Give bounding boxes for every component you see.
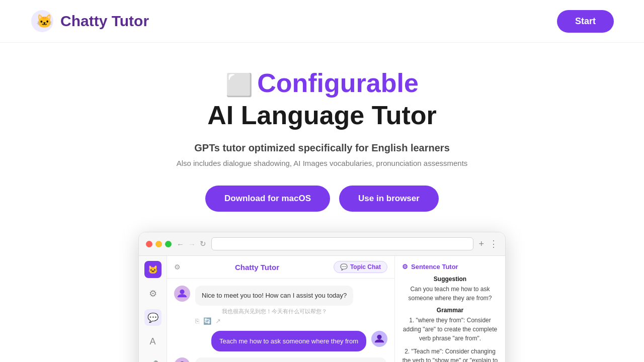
bot-avatar-1 — [174, 286, 190, 302]
configurable-icon: ⬜ — [225, 72, 253, 97]
svg-text:🐱: 🐱 — [36, 13, 53, 29]
minimize-window-button[interactable] — [155, 241, 162, 247]
close-window-button[interactable] — [146, 241, 152, 247]
hero-section: ⬜⬜ ConfigurableConfigurable AI Language … — [0, 43, 644, 362]
back-icon[interactable]: ← — [177, 240, 184, 248]
bot-avatar-2 — [174, 357, 190, 362]
sidebar-chat-icon[interactable]: 💬 — [144, 309, 162, 326]
sidebar-logo: 🐱 — [144, 261, 162, 278]
suggestion-text: Can you teach me how to ask someone wher… — [402, 285, 498, 303]
hero-title-line1: ⬜⬜ ConfigurableConfigurable — [30, 68, 614, 98]
right-panel: ⚙ Sentence Tutor Suggestion Can you teac… — [394, 256, 505, 362]
bot-message-sub-1: 我也很高兴见到您！今天有什么可以帮您？ — [195, 308, 353, 315]
new-tab-button[interactable]: + — [478, 239, 484, 249]
url-bar[interactable] — [211, 237, 473, 250]
share-icon[interactable]: ↗ — [215, 317, 221, 325]
message-actions-1: ⎘ 🔄 ↗ — [195, 317, 353, 325]
chat-main: ⚙ Chatty Tutor 💬 Topic Chat — [167, 256, 394, 362]
user-message-text: Teach me how to ask someone where they f… — [219, 337, 358, 345]
grammar-label: Grammar — [402, 307, 498, 314]
topic-chat-label: Topic Chat — [350, 263, 381, 270]
grammar-item-1: 1. "where they from": Consider adding "a… — [402, 316, 498, 343]
start-button[interactable]: Start — [557, 10, 614, 33]
panel-title: ⚙ Sentence Tutor — [402, 263, 498, 270]
chat-topbar: ⚙ Chatty Tutor 💬 Topic Chat — [167, 256, 394, 279]
bot-message-text-1: Nice to meet you too! How can I assist y… — [202, 292, 347, 299]
user-avatar — [371, 331, 387, 347]
copy-icon[interactable]: ⎘ — [195, 317, 199, 325]
chat-title: Chatty Tutor — [186, 263, 329, 272]
like-icon[interactable]: 🔄 — [203, 317, 211, 325]
sidebar-translate-icon[interactable]: A — [144, 333, 162, 350]
sidebar-left: 🐱 ⚙ 💬 A 🎤 ⚙ ↑ — [139, 256, 167, 362]
user-message-bubble: Teach me how to ask someone where they f… — [211, 331, 366, 352]
hero-subtitle: GPTs tutor optimized specifically for En… — [30, 142, 614, 154]
nav-controls: ← → ↻ — [177, 239, 206, 248]
topic-chat-badge: 💬 Topic Chat — [334, 261, 387, 273]
browser-chrome: ← → ↻ + ⋮ — [139, 232, 505, 256]
chatty-tutor-logo-icon: 🐱 — [30, 9, 54, 33]
bot-message-bubble-1: Nice to meet you too! How can I assist y… — [195, 286, 353, 306]
sentence-tutor-icon: ⚙ — [402, 263, 408, 270]
bot-message-bubble-2: Of course! I'd be happy to help you lear… — [195, 357, 386, 362]
sidebar-settings-icon[interactable]: ⚙ — [144, 285, 162, 302]
refresh-icon[interactable]: ↻ — [200, 239, 206, 248]
traffic-lights — [146, 241, 172, 247]
chat-message-1: Nice to meet you too! How can I assist y… — [174, 286, 387, 325]
suggestion-label: Suggestion — [402, 276, 498, 283]
sidebar-mic-icon[interactable]: 🎤 — [144, 357, 162, 362]
chat-message-3: Of course! I'd be happy to help you lear… — [174, 357, 387, 362]
topic-chat-icon: 💬 — [340, 263, 348, 270]
app-screenshot: ← → ↻ + ⋮ 🐱 ⚙ 💬 A 🎤 ⚙ ↑ — [138, 232, 506, 362]
download-macos-button[interactable]: Download for macOS — [205, 186, 330, 212]
chat-message-2: Teach me how to ask someone where they f… — [174, 331, 387, 352]
maximize-window-button[interactable] — [165, 241, 172, 247]
app-body: 🐱 ⚙ 💬 A 🎤 ⚙ ↑ ⚙ Chatty Tutor 💬 Topic Cha… — [139, 256, 505, 362]
use-in-browser-button[interactable]: Use in browser — [339, 186, 439, 212]
grammar-item-2: 2. "Teach me": Consider changing the ver… — [402, 347, 498, 362]
chat-settings-icon[interactable]: ⚙ — [174, 263, 181, 271]
logo-area: 🐱 Chatty Tutor — [30, 9, 149, 33]
hero-title-line2: AI Language Tutor — [30, 100, 614, 130]
svg-point-2 — [180, 290, 184, 294]
hero-buttons: Download for macOS Use in browser — [30, 186, 614, 212]
svg-point-3 — [377, 335, 381, 339]
logo-text: Chatty Tutor — [60, 13, 149, 30]
forward-icon[interactable]: → — [188, 240, 196, 248]
chat-messages: Nice to meet you too! How can I assist y… — [167, 279, 394, 362]
browser-menu-button[interactable]: ⋮ — [489, 238, 498, 249]
hero-sub2: Also includes dialogue shadowing, AI Ima… — [30, 159, 614, 167]
